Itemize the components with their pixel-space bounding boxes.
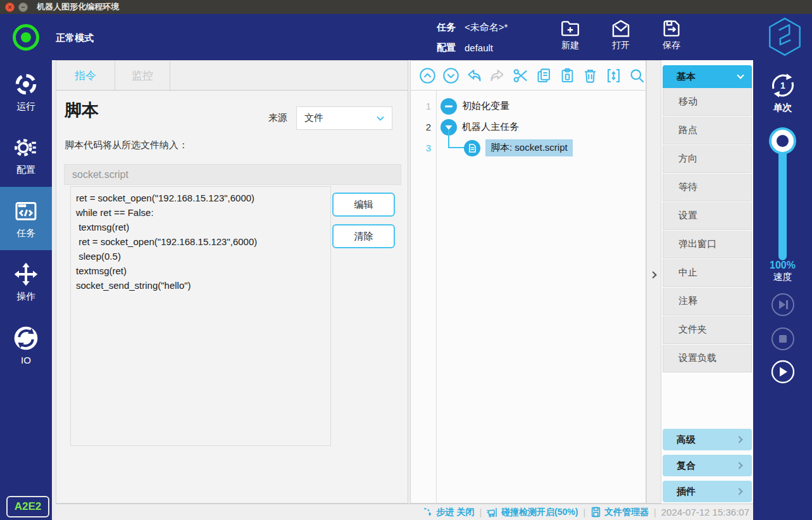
file-manager-text: 文件管理器 bbox=[604, 507, 649, 518]
script-node-icon[interactable] bbox=[464, 140, 480, 156]
group-advanced-label: 高级 bbox=[677, 434, 696, 446]
robot-model-badge[interactable]: A2E2 bbox=[6, 496, 49, 517]
tree-row-main-task[interactable]: 2 机器人主任务 bbox=[411, 117, 646, 137]
minimize-icon[interactable]: − bbox=[18, 3, 28, 12]
script-code-view[interactable]: ret = socket_open("192.168.15.123",6000)… bbox=[70, 186, 331, 446]
brand-logo bbox=[767, 16, 803, 60]
command-folder[interactable]: 文件夹 bbox=[663, 316, 752, 344]
tree-row-init-vars[interactable]: 1 初始化变量 bbox=[411, 96, 646, 117]
source-label: 来源 bbox=[268, 112, 287, 124]
command-group-basic[interactable]: 基本 bbox=[663, 65, 752, 88]
window-titlebar: × − 机器人图形化编程环境 bbox=[0, 0, 812, 14]
close-icon[interactable]: × bbox=[5, 3, 15, 12]
sidebar-item-task[interactable]: 任务 bbox=[0, 187, 52, 250]
collision-status[interactable]: 碰撞检测开启(50%) bbox=[487, 507, 578, 518]
delete-icon[interactable] bbox=[582, 67, 599, 84]
sidebar-label: 任务 bbox=[16, 227, 35, 239]
chevron-down-icon bbox=[737, 72, 744, 79]
target-icon bbox=[13, 72, 39, 97]
chevron-down-icon bbox=[377, 116, 384, 121]
undo-icon[interactable] bbox=[465, 67, 483, 84]
file-manager-button[interactable]: 文件管理器 bbox=[590, 507, 649, 518]
group-plugin-label: 插件 bbox=[677, 486, 696, 498]
sidebar-item-run[interactable]: 运行 bbox=[0, 60, 52, 124]
command-group-advanced[interactable]: 高级 bbox=[663, 429, 752, 450]
command-wait[interactable]: 等待 bbox=[663, 174, 752, 201]
new-folder-icon bbox=[559, 18, 581, 39]
sidebar-item-operate[interactable]: 操作 bbox=[0, 250, 52, 314]
group-composite-label: 复合 bbox=[677, 460, 696, 472]
page-title: 脚本 bbox=[65, 99, 99, 122]
paste-icon[interactable] bbox=[558, 67, 576, 84]
instruction-panel: 指令 监控 脚本 来源 文件 脚本代码将从所选文件纳入： socket.scri… bbox=[56, 60, 408, 504]
window-title: 机器人图形化编程环境 bbox=[37, 1, 119, 13]
source-selected-value: 文件 bbox=[304, 112, 323, 124]
command-set[interactable]: 设置 bbox=[663, 202, 752, 230]
sidebar-item-config[interactable]: 配置 bbox=[0, 124, 52, 187]
insert-icon[interactable] bbox=[605, 67, 623, 84]
tree-row-label: 初始化变量 bbox=[462, 100, 509, 112]
separator: | bbox=[479, 507, 482, 517]
command-group-plugin[interactable]: 插件 bbox=[663, 481, 752, 502]
sidebar-label: 操作 bbox=[16, 291, 35, 303]
tab-instruction[interactable]: 指令 bbox=[56, 61, 115, 90]
save-label: 保存 bbox=[663, 40, 680, 51]
command-popup[interactable]: 弹出窗口 bbox=[663, 231, 752, 258]
file-manager-icon bbox=[590, 507, 601, 517]
command-direction[interactable]: 方向 bbox=[663, 145, 752, 173]
tree-row-script[interactable]: 3 脚本: socket.script bbox=[411, 137, 646, 158]
sidebar-item-io[interactable]: IO bbox=[0, 314, 52, 377]
tab-monitor[interactable]: 监控 bbox=[115, 61, 170, 90]
new-label: 新建 bbox=[561, 40, 579, 51]
play-button[interactable] bbox=[771, 360, 795, 384]
tree-row-label: 机器人主任务 bbox=[462, 121, 519, 133]
source-select[interactable]: 文件 bbox=[296, 106, 392, 130]
chevron-right-icon bbox=[735, 462, 742, 469]
collision-icon bbox=[487, 507, 498, 518]
command-waypoint[interactable]: 路点 bbox=[663, 117, 752, 144]
clear-button[interactable]: 清除 bbox=[332, 224, 395, 248]
chevron-right-icon bbox=[735, 488, 742, 495]
status-timestamp: 2024-07-12 15:36:07 bbox=[661, 507, 749, 517]
command-palette: 基本 移动 路点 方向 等待 设置 弹出窗口 中止 注释 文件夹 设置负载 高级… bbox=[661, 60, 753, 504]
line-number: 3 bbox=[411, 143, 431, 153]
command-abort[interactable]: 中止 bbox=[663, 259, 752, 287]
step-forward-button[interactable] bbox=[771, 293, 795, 317]
move-up-icon[interactable] bbox=[419, 67, 437, 84]
move-arrows-icon bbox=[13, 262, 39, 287]
step-mode-text: 步进 关闭 bbox=[437, 507, 475, 518]
redo-icon[interactable] bbox=[489, 67, 506, 84]
command-set-payload[interactable]: 设置负载 bbox=[663, 345, 752, 372]
panel-collapse-handle[interactable] bbox=[646, 60, 661, 504]
speed-label: 速度 bbox=[753, 271, 812, 283]
speed-slider-track[interactable] bbox=[778, 140, 787, 260]
new-task-button[interactable]: 新建 bbox=[559, 18, 581, 51]
edit-button[interactable]: 编辑 bbox=[332, 193, 395, 217]
open-task-button[interactable]: 打开 bbox=[610, 18, 632, 51]
script-file-field[interactable]: socket.script bbox=[64, 164, 401, 185]
stop-button[interactable] bbox=[771, 327, 795, 351]
main-sidebar: 运行 配置 任务 操作 bbox=[0, 60, 52, 520]
status-bar: 步进 关闭 | 碰撞检测开启(50%) | 文件管理器 | 2024-07-12… bbox=[56, 504, 753, 520]
minus-node-icon[interactable] bbox=[440, 98, 457, 115]
command-group-composite[interactable]: 复合 bbox=[663, 455, 752, 476]
task-tree-panel: 1 初始化变量 2 机器人主任务 3 脚本: socket.script bbox=[410, 60, 646, 504]
copy-icon[interactable] bbox=[535, 67, 553, 84]
step-mode-status[interactable]: 步进 关闭 bbox=[423, 507, 475, 518]
cut-icon[interactable] bbox=[512, 67, 530, 84]
group-basic-label: 基本 bbox=[677, 71, 696, 83]
search-icon[interactable] bbox=[628, 67, 646, 84]
save-task-button[interactable]: 保存 bbox=[661, 18, 682, 51]
io-cycle-icon bbox=[13, 326, 39, 351]
move-down-icon[interactable] bbox=[442, 67, 460, 84]
task-config-info: 任务 <未命名>* 配置 default bbox=[437, 22, 508, 62]
command-move[interactable]: 移动 bbox=[663, 88, 752, 116]
task-value: <未命名>* bbox=[465, 22, 508, 34]
sidebar-label: IO bbox=[21, 355, 31, 365]
command-comment[interactable]: 注释 bbox=[663, 288, 752, 315]
script-description: 脚本代码将从所选文件纳入： bbox=[65, 139, 188, 151]
speed-slider-knob[interactable] bbox=[771, 130, 794, 152]
chevron-right-icon bbox=[735, 436, 742, 443]
app-header: 正常模式 任务 <未命名>* 配置 default 新建 打开 bbox=[0, 14, 812, 60]
mode-status-icon bbox=[13, 24, 39, 51]
